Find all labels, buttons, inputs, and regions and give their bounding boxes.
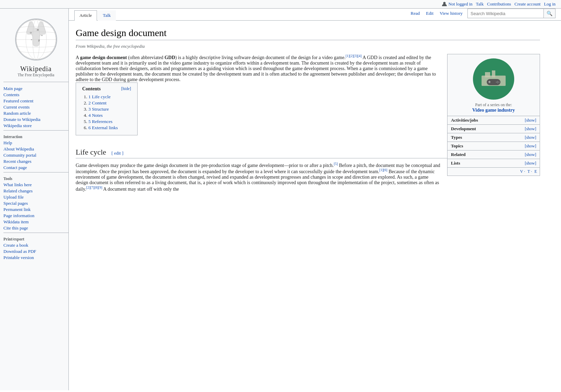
sidebar-nav-link[interactable]: What links here xyxy=(3,182,32,187)
ref3[interactable]: [3] xyxy=(354,54,358,58)
infobox-row-label: Activities/jobs xyxy=(451,117,478,123)
ref2b[interactable]: [2] xyxy=(86,186,90,189)
video-game-industry-link[interactable]: video game industry xyxy=(170,60,209,66)
game-development-link[interactable]: game development xyxy=(292,66,329,71)
tools-label: Tools xyxy=(3,174,68,182)
infobox-series-title[interactable]: Video game industry xyxy=(451,108,536,113)
sidebar-nav-link[interactable]: Featured content xyxy=(3,98,33,103)
tab-talk[interactable]: Talk xyxy=(98,10,116,21)
talk-link[interactable]: Talk xyxy=(476,2,484,7)
programmers-link[interactable]: programmers xyxy=(171,66,197,71)
main-nav: Main pageContentsFeatured contentCurrent… xyxy=(3,86,68,129)
sidebar-nav-link[interactable]: Recent changes xyxy=(3,159,31,164)
sidebar-nav-link[interactable]: Cite this page xyxy=(3,225,28,231)
read-action[interactable]: Read xyxy=(409,11,421,16)
tab-article[interactable]: Article xyxy=(74,10,97,21)
create-account-link[interactable]: Create account xyxy=(515,2,541,7)
infobox-row-label: Development xyxy=(451,126,476,132)
toc-link[interactable]: 5 References xyxy=(88,119,112,124)
game-controller-icon xyxy=(480,69,507,89)
artists-link[interactable]: artists xyxy=(150,66,162,71)
sidebar-nav-link[interactable]: Permanent link xyxy=(3,207,31,212)
ref1[interactable]: [1] xyxy=(346,54,350,58)
not-logged-in-label: Not logged in xyxy=(449,2,473,7)
list-item: Help xyxy=(3,140,68,146)
sidebar-nav-link[interactable]: Related changes xyxy=(3,188,33,193)
ref9[interactable]: [9] xyxy=(98,186,103,189)
list-item: Community portal xyxy=(3,152,68,158)
toc-link[interactable]: 4 Notes xyxy=(88,113,103,118)
toc-hide[interactable]: [hide] xyxy=(121,86,131,91)
toc-link[interactable]: 1 Life cycle xyxy=(88,94,110,99)
list-item: Random article xyxy=(3,110,68,116)
infobox-row-show[interactable]: [show] xyxy=(525,126,536,132)
article-subtitle: From Wikipedia, the free encyclopedia xyxy=(76,44,540,49)
sidebar-nav-link[interactable]: Current events xyxy=(3,104,30,110)
list-item: 6 External links xyxy=(88,125,131,131)
toc-link[interactable]: 2 Content xyxy=(88,100,107,105)
ref4[interactable]: [4] xyxy=(358,54,362,58)
infobox-row-show[interactable]: [show] xyxy=(525,161,536,166)
sidebar-nav-link[interactable]: Printable version xyxy=(3,255,34,260)
sidebar: Ω 維 W и き Wikipedia The Free Encyclopedi… xyxy=(0,9,69,390)
sidebar-nav-link[interactable]: Help xyxy=(3,140,12,145)
svg-text:Ω: Ω xyxy=(30,31,32,34)
infobox-v-link[interactable]: V xyxy=(520,169,523,174)
lifecycle-edit[interactable]: [ edit ] xyxy=(111,150,123,156)
ref7[interactable]: [7] xyxy=(90,186,94,189)
ref5[interactable]: [5] xyxy=(334,162,338,166)
search-button[interactable]: 🔍 xyxy=(543,9,555,18)
lifecycle-heading-text: Life cycle xyxy=(76,148,106,156)
svg-point-22 xyxy=(496,82,497,83)
sidebar-nav-link[interactable]: Community portal xyxy=(3,153,36,158)
infobox-row-show[interactable]: [show] xyxy=(525,118,536,123)
view-history-action[interactable]: View history xyxy=(438,11,464,16)
sidebar-nav-link[interactable]: Special pages xyxy=(3,201,28,206)
infobox-e-link[interactable]: E xyxy=(535,169,537,174)
sidebar-nav-link[interactable]: Contact page xyxy=(3,165,27,170)
sidebar-nav-link[interactable]: Wikidata item xyxy=(3,219,29,224)
sidebar-nav-link[interactable]: Create a book xyxy=(3,243,28,248)
log-in-link[interactable]: Log in xyxy=(544,2,555,7)
infobox-row-show[interactable]: [show] xyxy=(525,144,536,149)
video-game-link[interactable]: video game xyxy=(322,55,344,60)
toc-link[interactable]: 6 External links xyxy=(88,125,118,130)
infobox-row-show[interactable]: [show] xyxy=(525,135,536,140)
interaction-nav: HelpAbout WikipediaCommunity portalRecen… xyxy=(3,140,68,171)
game-developers-link[interactable]: Game developers xyxy=(76,163,109,168)
sidebar-nav-link[interactable]: Donate to Wikipedia xyxy=(3,117,41,122)
list-item: Wikidata item xyxy=(3,219,68,225)
list-item: Related changes xyxy=(3,188,68,194)
ref6[interactable]: [6] xyxy=(384,168,388,172)
search-input[interactable] xyxy=(468,9,543,18)
sidebar-nav-link[interactable]: Random article xyxy=(3,111,31,116)
infobox-rows: Activities/jobs[show]Development[show]Ty… xyxy=(447,116,540,167)
user-status: Not logged in xyxy=(442,1,473,7)
ref2[interactable]: [2] xyxy=(349,54,354,58)
ref8[interactable]: [8] xyxy=(94,186,98,189)
sidebar-nav-link[interactable]: Page information xyxy=(3,213,34,218)
infobox-t-link[interactable]: T xyxy=(528,169,530,174)
infobox-row: Development[show] xyxy=(447,124,540,133)
sidebar-nav-link[interactable]: Main page xyxy=(3,86,22,91)
infobox-row-label: Related xyxy=(451,152,466,157)
toc-link[interactable]: 3 Structure xyxy=(88,107,109,112)
edit-action[interactable]: Edit xyxy=(425,11,435,16)
sidebar-nav-link[interactable]: Wikipedia store xyxy=(3,123,32,128)
article-title: Game design document xyxy=(76,27,540,40)
designers-link[interactable]: designers xyxy=(130,66,148,71)
sidebar-nav-link[interactable]: Contents xyxy=(3,92,19,97)
living-software-link[interactable]: living software design document xyxy=(222,55,284,60)
living-document-link[interactable]: living document xyxy=(155,180,186,185)
list-item: Recent changes xyxy=(3,158,68,165)
list-item: Download as PDF xyxy=(3,248,68,255)
sidebar-nav-link[interactable]: Upload file xyxy=(3,194,24,200)
ref1b[interactable]: [1] xyxy=(379,168,384,172)
sidebar-nav-link[interactable]: Download as PDF xyxy=(3,249,36,254)
contributions-link[interactable]: Contributions xyxy=(487,2,511,7)
infobox-row-show[interactable]: [show] xyxy=(525,152,536,157)
list-item: Printable version xyxy=(3,255,68,261)
sidebar-nav-link[interactable]: About Wikipedia xyxy=(3,146,34,152)
svg-rect-13 xyxy=(485,72,490,77)
design-link[interactable]: design xyxy=(298,55,311,60)
